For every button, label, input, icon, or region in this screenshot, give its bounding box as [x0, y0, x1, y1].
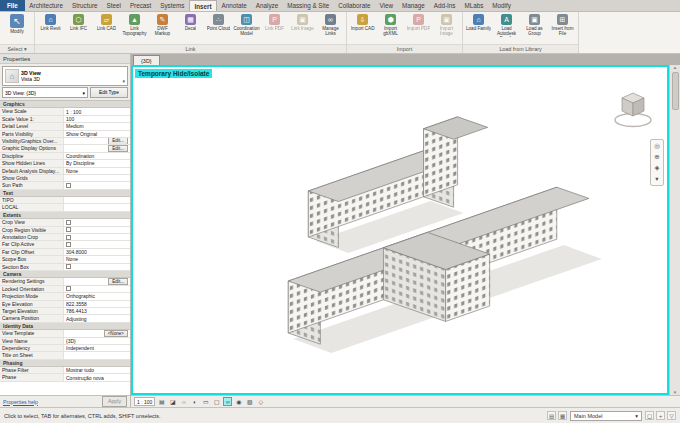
- ribbon-tab-view[interactable]: View: [375, 0, 398, 11]
- tool-import-cad[interactable]: ⇩Import CAD: [349, 13, 376, 31]
- crop-view-icon[interactable]: ▭: [201, 397, 210, 406]
- reveal-hidden-elements-icon[interactable]: ◉: [234, 397, 243, 406]
- tool-link-revit[interactable]: ⌂Link Revit: [37, 13, 64, 31]
- ribbon-tab-add-ins[interactable]: Add-Ins: [429, 0, 460, 11]
- tool-coordination-model[interactable]: ◫Coordination Model: [233, 13, 260, 36]
- ribbon-tab-manage[interactable]: Manage: [397, 0, 429, 11]
- worksets-icon[interactable]: ▤: [547, 411, 556, 420]
- property-value-show-hidden-lines[interactable]: By Discipline: [64, 160, 130, 166]
- property-value-target-elevation[interactable]: 786.4413: [64, 308, 130, 314]
- navigation-wheel-icon[interactable]: ◎: [651, 141, 663, 151]
- edit-button[interactable]: Edit...: [108, 278, 128, 284]
- tool-modify[interactable]: ↖ Modify: [2, 13, 32, 34]
- property-value-view-scale[interactable]: 1 : 100: [64, 108, 130, 114]
- ribbon-tab-precast[interactable]: Precast: [125, 0, 155, 11]
- edit-button[interactable]: Edit...: [108, 138, 128, 144]
- ribbon-tab-structure[interactable]: Structure: [67, 0, 102, 11]
- panel-label-import[interactable]: Import: [347, 44, 462, 53]
- checkbox[interactable]: [66, 242, 71, 247]
- design-options-dropdown[interactable]: Main Model ▾: [570, 411, 642, 421]
- section-identity-data[interactable]: Identity Data: [0, 323, 130, 330]
- shadows-icon[interactable]: ◐: [190, 397, 199, 406]
- navbar-options-chevron-icon[interactable]: ▾: [651, 174, 663, 184]
- property-value-crop-region-visible[interactable]: [64, 227, 130, 233]
- element-selector[interactable]: 3D View: {3D} ▾: [2, 87, 88, 98]
- sun-path-icon[interactable]: ☼: [179, 397, 188, 406]
- tool-dwf-markup[interactable]: ✎DWF Markup: [149, 13, 176, 36]
- property-value-view-template[interactable]: <None>: [64, 330, 130, 336]
- property-value-section-box[interactable]: [64, 264, 130, 270]
- scroll-up-icon[interactable]: ▲: [673, 65, 677, 70]
- checkbox[interactable]: [66, 286, 71, 291]
- tool-load-family[interactable]: ⌂Load Family: [465, 13, 492, 31]
- property-value-local[interactable]: [64, 204, 130, 210]
- 3d-building-model[interactable]: [133, 67, 667, 393]
- property-value-scope-box[interactable]: None: [64, 256, 130, 262]
- property-value-locked-orientation[interactable]: [64, 286, 130, 292]
- property-value-far-clip-active[interactable]: [64, 241, 130, 247]
- section-extents[interactable]: Extents: [0, 212, 130, 219]
- checkbox[interactable]: [66, 183, 71, 188]
- tool-link-ifc[interactable]: ⬡Link IFC: [65, 13, 92, 31]
- property-value-sun-path[interactable]: [64, 182, 130, 188]
- tool-decal[interactable]: ▦Decal: [177, 13, 204, 31]
- temporary-view-properties-icon[interactable]: ▧: [245, 397, 254, 406]
- ribbon-tab-insert[interactable]: Insert: [189, 0, 217, 11]
- property-value-dependency[interactable]: Independent: [64, 345, 130, 351]
- property-value-phase-filter[interactable]: Mostrar tudo: [64, 367, 130, 373]
- tool-load-as-group[interactable]: ▣Load as Group: [521, 13, 548, 36]
- ribbon-tab-analyze[interactable]: Analyze: [251, 0, 282, 11]
- tool-link-cad[interactable]: ▱Link CAD: [93, 13, 120, 31]
- vertical-scrollbar[interactable]: ▲ ▼: [669, 65, 680, 395]
- crop-region-visibility-icon[interactable]: ▢: [212, 397, 221, 406]
- selection-filter-icon[interactable]: ▽: [667, 411, 676, 420]
- section-camera[interactable]: Camera: [0, 271, 130, 278]
- view-tab-3d[interactable]: {3D}: [133, 55, 160, 65]
- tool-manage-links[interactable]: ∞Manage Links: [317, 13, 344, 36]
- property-value-tipo[interactable]: [64, 197, 130, 203]
- property-value-detail-level[interactable]: Medium: [64, 123, 130, 129]
- ribbon-tab-massing-site[interactable]: Massing & Site: [283, 0, 334, 11]
- edit-button[interactable]: <None>: [104, 330, 128, 336]
- property-value-show-grids[interactable]: [64, 175, 130, 181]
- detail-level-icon[interactable]: ▤: [157, 397, 166, 406]
- tool-insert-from-file[interactable]: ⊞Insert from File: [549, 13, 576, 36]
- property-value-far-clip-offset[interactable]: 304.8000: [64, 249, 130, 255]
- edit-button[interactable]: Edit...: [108, 145, 128, 151]
- property-value-rendering-settings[interactable]: Edit...: [64, 278, 130, 284]
- checkbox[interactable]: [66, 264, 71, 269]
- property-value-scale-value-1[interactable]: 100: [64, 116, 130, 122]
- apply-button[interactable]: Apply: [102, 396, 127, 407]
- property-value-graphic-display-options[interactable]: Edit...: [64, 145, 130, 151]
- property-value-eye-elevation[interactable]: 822.3558: [64, 301, 130, 307]
- drawing-area[interactable]: Temporary Hide/Isolate: [131, 65, 669, 395]
- panel-label-select[interactable]: Select ▾: [0, 44, 34, 53]
- checkbox[interactable]: [66, 220, 71, 225]
- section-graphics[interactable]: Graphics: [0, 101, 130, 108]
- file-menu-button[interactable]: File: [0, 0, 25, 11]
- property-value-camera-position[interactable]: Adjusting: [64, 315, 130, 321]
- property-value-phase[interactable]: Construção nova: [64, 374, 130, 380]
- checkbox[interactable]: [66, 227, 71, 232]
- property-value-crop-view[interactable]: [64, 219, 130, 225]
- zoom-icon[interactable]: ⊕: [651, 152, 663, 162]
- panel-label-link[interactable]: Link: [35, 44, 346, 53]
- type-selector[interactable]: ⌂ 3D View Vista 3D ▾: [2, 66, 128, 86]
- property-value-discipline[interactable]: Coordination: [64, 153, 130, 159]
- ribbon-tab-architecture[interactable]: Architecture: [25, 0, 68, 11]
- view-cube[interactable]: [611, 89, 655, 131]
- ribbon-tab-mlabs[interactable]: MLabs: [460, 0, 488, 11]
- property-value-title-on-sheet[interactable]: [64, 352, 130, 358]
- property-value-annotation-crop[interactable]: [64, 234, 130, 240]
- property-value-parts-visibility[interactable]: Show Original: [64, 131, 130, 137]
- tool-link-topography[interactable]: ▲Link Topography: [121, 13, 148, 36]
- pan-icon[interactable]: ◈: [651, 163, 663, 173]
- type-dropdown-icon[interactable]: ▾: [122, 78, 125, 85]
- property-value-visibility-graphics-over[interactable]: Edit...: [64, 138, 130, 144]
- ribbon-tab-systems[interactable]: Systems: [156, 0, 189, 11]
- design-options-icon[interactable]: ▦: [558, 411, 567, 420]
- property-value-projection-mode[interactable]: Orthographic: [64, 293, 130, 299]
- temporary-hide-isolate-icon[interactable]: ∞: [223, 397, 232, 406]
- ribbon-tab-steel[interactable]: Steel: [102, 0, 125, 11]
- editable-only-icon[interactable]: ▢: [645, 411, 654, 420]
